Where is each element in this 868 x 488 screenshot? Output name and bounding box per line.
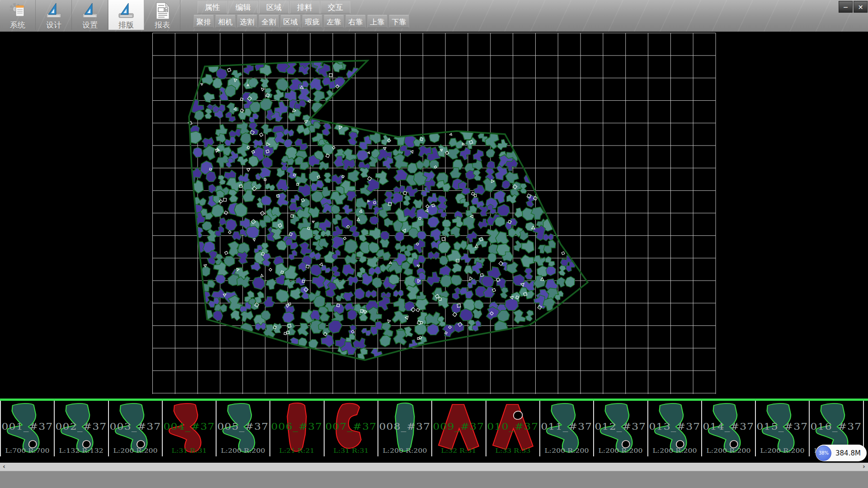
tool-button-9[interactable]: 上靠: [367, 15, 387, 28]
piece-thumbnail-8[interactable]: 008_#37L:200 R:200: [378, 401, 432, 456]
piece-thumbnail-4[interactable]: 004_#37L:31 R:31: [163, 401, 217, 456]
tool-button-8[interactable]: 右靠: [345, 15, 366, 28]
mode-button-1[interactable]: 系统: [0, 0, 36, 30]
piece-id-label: 007_#37: [325, 421, 377, 432]
piece-thumbnail-13[interactable]: 013_#37L:200 R:200: [648, 401, 702, 456]
tool-button-6[interactable]: 瑕疵: [302, 15, 322, 28]
menu-tab-bar: 属性编辑区域排料交互: [198, 1, 350, 14]
memory-usage-badge[interactable]: 38% 384.8M: [816, 445, 867, 461]
piece-thumbnail-6[interactable]: 006_#37L:21 R:21: [270, 401, 324, 456]
piece-lr-label: L:31 R:31: [171, 447, 207, 454]
piece-thumbnail-14[interactable]: 014_#37L:200 R:200: [702, 401, 756, 456]
piece-lr-label: L:31 R:31: [333, 447, 368, 454]
tool-button-5[interactable]: 区域: [280, 15, 301, 28]
piece-thumbnail-1[interactable]: 001_#37L:700 R:700: [1, 401, 55, 456]
piece-thumbnail-svg: 010_#37L:33 R:33: [486, 401, 539, 456]
piece-lr-label: L:200 R:200: [599, 447, 643, 454]
piece-thumbnail-svg: 011_#37L:200 R:200: [540, 401, 593, 456]
piece-lr-label: L:200 R:200: [760, 447, 805, 454]
piece-thumbnail-9[interactable]: 009_#37L:32 R:31: [432, 401, 486, 456]
piece-thumbnail-3[interactable]: 003_#37L:200 R:200: [109, 401, 163, 456]
mode-button-label: 设计: [46, 20, 61, 29]
scroll-left-arrow-icon[interactable]: ‹: [0, 463, 8, 471]
piece-id-label: 008_#37: [379, 421, 431, 432]
piece-id-label: 001_#37: [2, 421, 53, 432]
piece-thumbnail-svg: 013_#37L:200 R:200: [648, 401, 701, 456]
tool-button-10[interactable]: 下靠: [389, 15, 409, 28]
tool-button-7[interactable]: 左靠: [324, 15, 344, 28]
piece-thumbnail-svg: 004_#37L:31 R:31: [163, 401, 216, 456]
mode-button-label: 排版: [118, 20, 134, 29]
piece-thumbnail-svg: 003_#37L:200 R:200: [109, 401, 162, 456]
piece-lr-label: L:200 R:200: [544, 447, 589, 454]
menu-tab-2[interactable]: 编辑: [228, 1, 258, 14]
title-ribbon: 系统设计设置排版报表 属性编辑区域排料交互 聚排相机选割全割区域瑕疵左靠右靠上靠…: [0, 0, 868, 32]
menu-tab-1[interactable]: 属性: [198, 1, 227, 14]
piece-id-label: 006_#37: [271, 421, 323, 432]
layout-set-square-icon: [117, 1, 136, 20]
piece-hole: [514, 411, 523, 419]
scroll-right-arrow-icon[interactable]: ›: [860, 463, 868, 471]
tool-button-2[interactable]: 相机: [215, 15, 236, 28]
tool-button-1[interactable]: 聚排: [193, 15, 214, 28]
piece-id-label: 015_#37: [757, 421, 808, 432]
mode-button-5[interactable]: 报表: [145, 0, 180, 30]
piece-lr-label: L:200 R:200: [652, 447, 697, 454]
nesting-canvas-svg: [0, 32, 868, 399]
piece-lr-label: L:200 R:200: [706, 447, 750, 454]
piece-lr-label: L:21 R:21: [279, 447, 315, 454]
piece-thumbnail-12[interactable]: 012_#37L:200 R:200: [594, 401, 648, 456]
mode-button-label: 系统: [10, 20, 25, 29]
tool-button-4[interactable]: 全割: [259, 15, 279, 28]
piece-id-label: 012_#37: [595, 421, 646, 432]
menu-tab-3[interactable]: 区域: [259, 1, 289, 14]
piece-thumbnail-10[interactable]: 010_#37L:33 R:33: [486, 401, 540, 456]
piece-thumbnail-11[interactable]: 011_#37L:200 R:200: [540, 401, 594, 456]
piece-id-label: 014_#37: [703, 421, 754, 432]
close-button[interactable]: ✕: [854, 1, 868, 13]
piece-id-label: 011_#37: [541, 421, 593, 432]
window-controls: ─ ✕: [839, 1, 868, 13]
system-gear-icon: [8, 1, 27, 20]
mode-button-label: 设置: [82, 20, 98, 29]
menu-tab-4[interactable]: 排料: [290, 1, 320, 14]
minimize-button[interactable]: ─: [839, 1, 853, 13]
tool-button-row: 聚排相机选割全割区域瑕疵左靠右靠上靠下靠: [193, 15, 409, 28]
mode-button-label: 报表: [155, 20, 170, 29]
piece-lr-label: L:132 R:132: [59, 447, 104, 454]
mode-button-4[interactable]: 排版: [108, 0, 144, 30]
piece-id-label: 003_#37: [109, 421, 161, 432]
piece-id-label: 009_#37: [433, 421, 485, 432]
design-set-square-icon: [44, 1, 63, 20]
piece-thumbnail-7[interactable]: 007_#37L:31 R:31: [325, 401, 378, 456]
piece-thumbnail-svg: 014_#37L:200 R:200: [702, 401, 755, 456]
piece-thumbnail-2[interactable]: 002_#37L:132 R:132: [55, 401, 108, 456]
menu-tab-5[interactable]: 交互: [321, 1, 350, 14]
piece-thumbnail-svg: 015_#37L:200 R:200: [756, 401, 809, 456]
piece-thumbnail-svg: 012_#37L:200 R:200: [594, 401, 647, 456]
piece-thumbnail-svg: 007_#37L:31 R:31: [325, 401, 377, 456]
piece-id-label: 010_#37: [487, 421, 538, 432]
report-document-icon: [153, 1, 172, 20]
piece-lr-label: L:200 R:200: [382, 447, 427, 454]
piece-id-label: 004_#37: [163, 421, 215, 432]
percent-circle: 38%: [816, 446, 831, 461]
piece-thumbnail-svg: 002_#37L:132 R:132: [55, 401, 108, 456]
piece-thumbnail-5[interactable]: 005_#37L:200 R:200: [217, 401, 270, 456]
piece-thumbnail-svg: 005_#37L:200 R:200: [217, 401, 269, 456]
piece-thumbnail-15[interactable]: 015_#37L:200 R:200: [756, 401, 810, 456]
piece-id-label: 002_#37: [56, 421, 107, 432]
tool-button-3[interactable]: 选割: [237, 15, 257, 28]
nesting-canvas[interactable]: [0, 32, 868, 399]
piece-id-label: 016_#37: [811, 421, 862, 432]
piece-thumbnail-svg: 006_#37L:21 R:21: [270, 401, 323, 456]
mode-button-2[interactable]: 设计: [36, 0, 72, 30]
memory-value: 384.8M: [835, 449, 861, 457]
mode-button-3[interactable]: 设置: [72, 0, 108, 30]
piece-lr-label: L:200 R:200: [113, 447, 157, 454]
piece-lr-label: L:32 R:31: [441, 447, 476, 454]
piece-thumbnail-svg: 009_#37L:32 R:31: [432, 401, 485, 456]
horizontal-scrollbar[interactable]: ‹ ›: [0, 463, 868, 471]
piece-thumbnail-svg: 001_#37L:700 R:700: [1, 401, 54, 456]
status-bar: [0, 471, 868, 488]
